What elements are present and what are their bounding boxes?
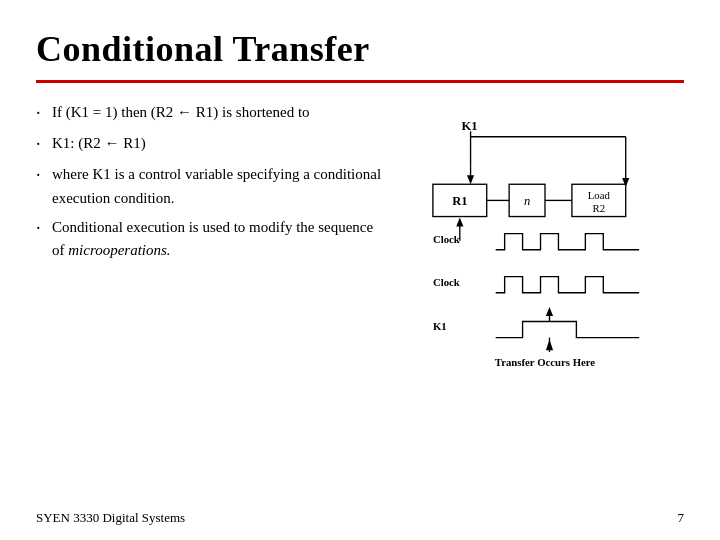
diagram-area: K1 R1 n Load R2 [406,101,684,411]
svg-marker-12 [456,217,463,226]
svg-marker-14 [546,339,553,350]
bullet-dot: · [36,132,52,157]
r1-label: R1 [452,194,467,208]
list-item: · If (K1 = 1) then (R2 ← R1) is shortene… [36,101,386,126]
bullet-dot: · [36,101,52,126]
bullet-dot: · [36,216,52,241]
list-item: · where K1 is a control variable specify… [36,163,386,210]
page-title: Conditional Transfer [36,28,684,70]
slide: Conditional Transfer · If (K1 = 1) then … [0,0,720,540]
k1-bottom-label: K1 [433,320,447,332]
transfer-occurs-label: Transfer Occurs Here [495,356,596,368]
k1-top-label: K1 [462,119,478,133]
list-item: · K1: (R2 ← R1) [36,132,386,157]
bullet-dot: · [36,163,52,188]
svg-marker-16 [546,307,553,316]
bullet-text: K1: (R2 ← R1) [52,132,386,155]
svg-marker-2 [467,175,474,184]
circuit-diagram: K1 R1 n Load R2 [406,101,684,411]
bullet-list: · If (K1 = 1) then (R2 ← R1) is shortene… [36,101,386,268]
clock1-label: Clock [433,233,460,245]
divider [36,80,684,83]
load-r2-label2: R2 [593,202,606,214]
list-item: · Conditional execution is used to modif… [36,216,386,263]
footer-left: SYEN 3330 Digital Systems [36,510,185,526]
content-row: · If (K1 = 1) then (R2 ← R1) is shortene… [36,101,684,411]
clock2-label: Clock [433,276,460,288]
footer: SYEN 3330 Digital Systems 7 [36,510,684,526]
bullet-text: Conditional execution is used to modify … [52,216,386,263]
bullet-text: where K1 is a control variable specifyin… [52,163,386,210]
footer-right: 7 [678,510,685,526]
bullet-text: If (K1 = 1) then (R2 ← R1) is shortened … [52,101,386,124]
n-label: n [524,194,530,208]
load-r2-label: Load [588,189,611,201]
